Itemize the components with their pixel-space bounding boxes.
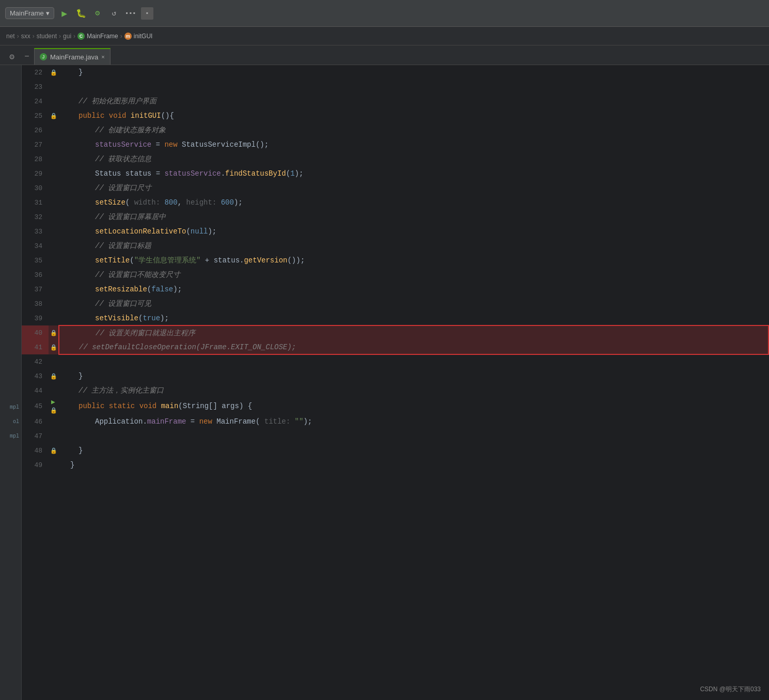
code-content: // 设置窗口不能改变尺寸 <box>59 268 768 282</box>
code-content: } <box>59 443 768 458</box>
code-content: } <box>59 458 768 472</box>
lock-icon: 🔒 <box>50 374 57 380</box>
table-row: 31 setSize( width: 800, height: 600); <box>22 195 768 210</box>
gutter: 🔒 <box>49 369 59 383</box>
table-row: 36 // 设置窗口不能改变尺寸 <box>22 268 768 282</box>
gutter <box>49 137 59 152</box>
coverage-icon: ⚙ <box>95 8 100 18</box>
extra-icon: ▪▪▪ <box>125 10 136 17</box>
lock-icon: 🔒 <box>50 330 57 336</box>
code-content: // 获取状态信息 <box>59 152 768 166</box>
window-icon: ▪ <box>141 7 153 20</box>
code-content: // 设置关闭窗口就退出主程序 <box>59 325 768 340</box>
line-number: 38 <box>22 297 49 311</box>
table-row: 29 Status status = statusService.findSta… <box>22 166 768 181</box>
line-number: 31 <box>22 195 49 210</box>
gutter <box>49 80 59 94</box>
tab-collapse-button[interactable]: − <box>21 49 33 65</box>
table-row: 27 statusService = new StatusServiceImpl… <box>22 137 768 152</box>
code-content: // 设置窗口尺寸 <box>59 181 768 195</box>
gutter: 🔒 <box>49 325 59 340</box>
breadcrumb-sep-5: › <box>120 33 122 40</box>
lock-icon: 🔒 <box>50 113 57 119</box>
run-config-selector[interactable]: MainFrame ▾ <box>5 7 54 19</box>
run-button[interactable]: ▶ <box>58 7 71 20</box>
line-number: 27 <box>22 137 49 152</box>
gutter: 🔒 <box>49 443 59 458</box>
table-row: 45 ▶ 🔒 public static void main(String[] … <box>22 398 768 414</box>
gutter: 🔒 <box>49 340 59 354</box>
code-content: setTitle("学生信息管理系统" + status.getVersion(… <box>59 253 768 268</box>
table-row: 24 // 初始化图形用户界面 <box>22 94 768 108</box>
coverage-button[interactable]: ⚙ <box>91 7 104 20</box>
line-number: 29 <box>22 166 49 181</box>
toolbar: MainFrame ▾ ▶ 🐛 ⚙ ↺ ▪▪▪ ▪ <box>0 0 769 27</box>
table-row: 39 setVisible(true); <box>22 311 768 325</box>
breadcrumb-mainframe[interactable]: MainFrame <box>87 33 118 40</box>
breadcrumb-sep-3: › <box>59 33 61 40</box>
line-number: 28 <box>22 152 49 166</box>
breadcrumb-sep-2: › <box>33 33 35 40</box>
lock-icon: 🔒 <box>50 408 57 414</box>
dropdown-arrow-icon: ▾ <box>46 9 50 17</box>
gutter <box>49 195 59 210</box>
gutter <box>49 268 59 282</box>
initgui-method-icon: m <box>124 33 132 40</box>
table-row: 41 🔒 // setDefaultCloseOperation(JFrame.… <box>22 340 768 354</box>
gutter <box>49 210 59 224</box>
breadcrumb-sxx[interactable]: sxx <box>21 33 30 40</box>
tab-close-button[interactable]: × <box>101 54 104 60</box>
more-run-icon: ↺ <box>112 9 116 18</box>
breadcrumb-student[interactable]: student <box>37 33 57 40</box>
line-number: 25 <box>22 108 49 123</box>
gutter <box>49 458 59 472</box>
breadcrumb: net › sxx › student › gui › C MainFrame … <box>0 27 769 45</box>
debug-button[interactable]: 🐛 <box>75 7 87 20</box>
code-content: // setDefaultCloseOperation(JFrame.EXIT_… <box>59 340 768 354</box>
line-number: 22 <box>22 65 49 80</box>
gutter <box>49 383 59 398</box>
code-content: // 主方法，实例化主窗口 <box>59 383 768 398</box>
code-content: public static void main(String[] args) { <box>59 398 768 414</box>
line-number: 40 <box>22 325 49 340</box>
gutter: ▶ 🔒 <box>49 398 59 414</box>
table-row: 22 🔒 } <box>22 65 768 80</box>
gutter <box>49 414 59 429</box>
table-row: 37 setResizable(false); <box>22 282 768 297</box>
line-number: 41 <box>22 340 49 354</box>
play-gutter-icon: ▶ <box>51 398 55 406</box>
extra-button[interactable]: ▪▪▪ <box>124 7 137 20</box>
breadcrumb-initgui[interactable]: initGUI <box>134 33 153 40</box>
breadcrumb-sep-1: › <box>17 33 19 40</box>
code-content: // 设置窗口可见 <box>59 297 768 311</box>
watermark: CSDN @明天下雨033 <box>700 685 761 694</box>
code-content: // 初始化图形用户界面 <box>59 94 768 108</box>
breadcrumb-net[interactable]: net <box>6 33 15 40</box>
lock-icon: 🔒 <box>50 345 57 351</box>
table-row: 33 setLocationRelativeTo(null); <box>22 224 768 239</box>
tab-mainframe-java[interactable]: J MainFrame.java × <box>34 48 111 65</box>
line-number: 49 <box>22 458 49 472</box>
table-row: 26 // 创建状态服务对象 <box>22 123 768 137</box>
gutter <box>49 311 59 325</box>
line-number: 34 <box>22 239 49 253</box>
line-number: 23 <box>22 80 49 94</box>
code-content <box>59 354 768 369</box>
gutter <box>49 224 59 239</box>
line-number: 32 <box>22 210 49 224</box>
breadcrumb-gui[interactable]: gui <box>63 33 71 40</box>
code-content: setVisible(true); <box>59 311 768 325</box>
code-content: } <box>59 65 768 80</box>
table-row: 30 // 设置窗口尺寸 <box>22 181 768 195</box>
code-content: } <box>59 369 768 383</box>
table-row: 44 // 主方法，实例化主窗口 <box>22 383 768 398</box>
tab-settings-button[interactable]: ⚙ <box>4 49 20 65</box>
code-area[interactable]: 22 🔒 } 23 24 // 初始化图形用户界面 <box>22 65 769 700</box>
table-row: 23 <box>22 80 768 94</box>
line-number: 42 <box>22 354 49 369</box>
code-content: Application.mainFrame = new MainFrame( t… <box>59 414 768 429</box>
table-row: 43 🔒 } <box>22 369 768 383</box>
run-config-label: MainFrame <box>10 9 44 17</box>
more-button[interactable]: ↺ <box>108 7 120 20</box>
code-content <box>59 80 768 94</box>
